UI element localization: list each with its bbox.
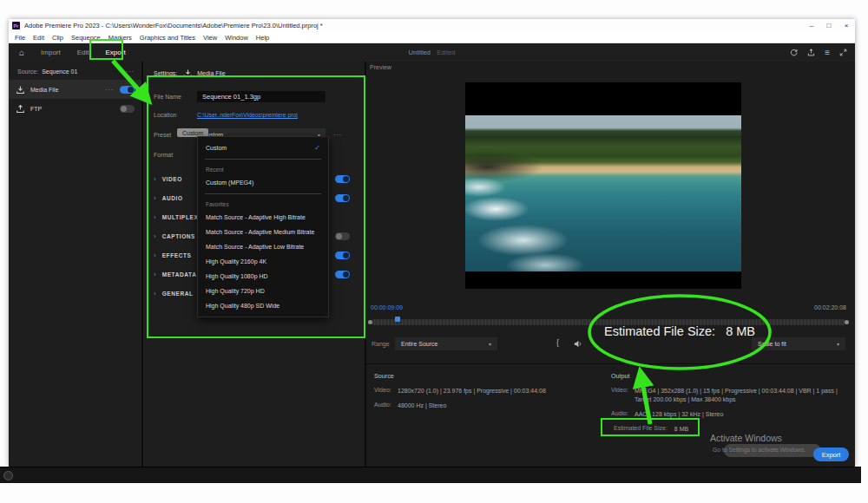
video-preview-image xyxy=(465,115,741,271)
dropdown-group-recent: Recent xyxy=(198,163,328,175)
source-panel-more-icon[interactable]: ··· xyxy=(126,69,135,75)
audio-mute-icon[interactable] xyxy=(573,339,582,349)
effects-toggle[interactable] xyxy=(335,252,350,259)
menu-edit[interactable]: Edit xyxy=(33,34,44,42)
estimated-file-size-value: 8 MB xyxy=(674,425,688,434)
chevron-down-icon: ▾ xyxy=(837,341,839,347)
in-out-point-icon[interactable]: { xyxy=(556,338,559,347)
taskbar-widget-icon[interactable] xyxy=(3,471,13,480)
close-icon[interactable]: × xyxy=(838,22,855,29)
dropdown-divider xyxy=(205,159,321,160)
file-name-input[interactable] xyxy=(197,91,326,102)
workspace-tab-bar: ⌂ Import Edit Export Untitled Edited ≡ xyxy=(9,43,855,62)
media-file-icon xyxy=(16,85,25,95)
fullscreen-icon[interactable] xyxy=(839,49,847,56)
preset-option-hq-480p[interactable]: High Quality 480p SD Wide xyxy=(198,298,328,313)
chevron-right-icon: › xyxy=(154,232,156,240)
project-status: Edited xyxy=(437,49,455,56)
minimize-icon[interactable]: – xyxy=(803,22,820,29)
estimated-file-size-label: Estimated File Size: xyxy=(614,425,667,434)
maximize-icon[interactable]: □ xyxy=(820,22,838,29)
source-panel: Source: Sequence 01 ··· Media File ··· F… xyxy=(9,62,143,467)
zoom-fit-value: Scale to fit xyxy=(758,341,786,347)
output-video-label: Video: xyxy=(611,387,635,404)
preset-option-hq-720p[interactable]: High Quality 720p HD xyxy=(198,284,328,298)
chevron-right-icon: › xyxy=(154,213,156,221)
settings-header-label: Settings: xyxy=(154,70,177,76)
home-icon[interactable]: ⌂ xyxy=(19,49,24,57)
title-bar: Pr Adobe Premiere Pro 2023 - C:\Users\Wo… xyxy=(9,19,855,32)
panel-menu-icon[interactable]: ≡ xyxy=(825,49,830,57)
chevron-right-icon: › xyxy=(154,252,156,259)
destination-label: FTP xyxy=(30,106,120,112)
source-header-label: Source: xyxy=(17,69,38,75)
chevron-right-icon: › xyxy=(154,194,156,202)
zoom-fit-select[interactable]: Scale to fit ▾ xyxy=(752,337,845,350)
timeline-scrubber[interactable] xyxy=(372,319,845,325)
menu-graphics-and-titles[interactable]: Graphics and Titles xyxy=(140,34,195,42)
premiere-app-icon: Pr xyxy=(12,22,20,29)
tab-import[interactable]: Import xyxy=(41,49,61,56)
dropdown-group-favorites: Favorites xyxy=(198,198,328,210)
format-label: Format xyxy=(154,152,197,158)
preset-option-match-medium[interactable]: Match Source - Adaptive Medium Bitrate xyxy=(198,225,328,239)
source-summary-header: Source xyxy=(374,372,604,380)
destination-row-media-file[interactable]: Media File ··· xyxy=(9,80,141,99)
activate-windows-subtext: Go to Settings to activate Windows. xyxy=(713,447,806,453)
preview-panel: Preview 00:00:09:09 00:02:20:08 Range En… xyxy=(366,62,855,467)
metadata-toggle[interactable] xyxy=(335,271,350,278)
menu-sequence[interactable]: Sequence xyxy=(71,34,101,42)
preset-option-hq-1080p[interactable]: High Quality 1080p HD xyxy=(198,269,328,284)
activate-windows-text: Activate Windows xyxy=(710,433,782,443)
menu-bar: File Edit Clip Sequence Markers Graphics… xyxy=(9,32,855,43)
taskbar xyxy=(0,467,861,483)
ftp-icon xyxy=(16,104,25,114)
chevron-right-icon: › xyxy=(154,271,156,278)
range-select-value: Entire Source xyxy=(401,341,437,347)
tab-export[interactable]: Export xyxy=(106,49,126,56)
menu-markers[interactable]: Markers xyxy=(108,34,132,42)
chevron-right-icon: › xyxy=(154,290,156,297)
check-icon: ✓ xyxy=(314,144,320,152)
source-video-value: 1280x720 (1.0) | 23.976 fps | Progressiv… xyxy=(398,387,546,395)
preset-option-match-low[interactable]: Match Source - Adaptive Low Bitrate xyxy=(198,239,328,254)
preset-option-custom-mpeg4[interactable]: Custom (MPEG4) xyxy=(198,175,328,190)
preset-more-icon[interactable]: ··· xyxy=(333,132,342,138)
tab-edit[interactable]: Edit xyxy=(77,49,89,56)
media-file-toggle[interactable] xyxy=(120,86,135,94)
output-audio-value: AAC | 128 kbps | 32 kHz | Stereo xyxy=(635,410,723,419)
destination-row-ftp[interactable]: FTP xyxy=(9,99,141,118)
preset-option-custom[interactable]: Custom ✓ xyxy=(198,140,328,155)
menu-window[interactable]: Window xyxy=(225,34,248,42)
output-summary: Output Video: MPEG4 | 352x288 (1.0) | 15… xyxy=(611,372,850,434)
source-audio-label: Audio: xyxy=(374,402,398,410)
range-select[interactable]: Entire Source ▾ xyxy=(395,337,497,350)
menu-clip[interactable]: Clip xyxy=(52,34,63,42)
location-link[interactable]: C:\User..nderFox\Videos\premiere proj xyxy=(197,112,298,118)
output-video-value: MPEG4 | 352x288 (1.0) | 15 fps | Progres… xyxy=(635,387,850,404)
video-toggle[interactable] xyxy=(335,175,350,183)
audio-toggle[interactable] xyxy=(335,194,350,202)
preset-option-match-high[interactable]: Match Source - Adaptive High Bitrate xyxy=(198,210,328,225)
dropdown-divider xyxy=(205,193,321,194)
project-name-center: Untitled Edited xyxy=(9,49,855,56)
share-icon[interactable] xyxy=(807,49,815,56)
menu-help[interactable]: Help xyxy=(256,34,269,42)
media-file-more-icon[interactable]: ··· xyxy=(105,87,114,93)
sync-icon[interactable] xyxy=(790,49,798,56)
export-button[interactable]: Export xyxy=(813,447,849,461)
preset-option-hq-2160p[interactable]: High Quality 2160p 4K xyxy=(198,254,328,269)
playhead-marker[interactable] xyxy=(395,317,400,322)
video-frame xyxy=(465,82,741,289)
source-video-label: Video: xyxy=(374,387,398,395)
window-title: Adobe Premiere Pro 2023 - C:\Users\Wonde… xyxy=(24,22,803,29)
output-summary-header: Output xyxy=(611,372,850,380)
menu-file[interactable]: File xyxy=(15,34,25,42)
captions-toggle[interactable] xyxy=(335,232,350,240)
preview-label: Preview xyxy=(370,64,391,70)
current-timecode: 00:00:09:09 xyxy=(371,304,403,310)
menu-view[interactable]: View xyxy=(203,34,217,42)
scrubber-end-handle[interactable] xyxy=(845,320,849,324)
scrubber-start-handle[interactable] xyxy=(368,320,372,324)
ftp-toggle[interactable] xyxy=(120,105,135,113)
